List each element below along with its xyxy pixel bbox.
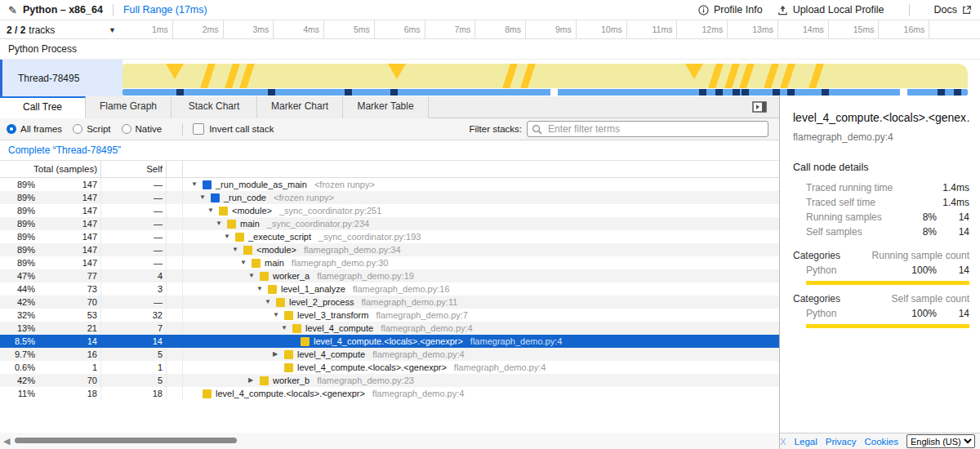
call-tree-row[interactable]: 9.7%165▶level_4_computeflamegraph_demo.p…: [0, 348, 779, 361]
profile-info-button[interactable]: Profile Info: [698, 4, 763, 16]
call-tree-row[interactable]: 89%147—▼<module>flamegraph_demo.py:34: [0, 243, 779, 256]
call-tree-row[interactable]: 8.5%1414level_4_compute.<locals>.<genexp…: [0, 335, 779, 348]
call-tree-row[interactable]: 89%147—▼_execute_script_sync_coordinator…: [0, 230, 779, 243]
marker-slash-icon: [519, 64, 536, 88]
ruler-tick: 9ms: [526, 20, 577, 38]
twisty-open-icon[interactable]: ▼: [256, 282, 268, 296]
twisty-open-icon[interactable]: ▼: [224, 230, 235, 243]
call-tree-row[interactable]: 42%70—▼level_2_processflamegraph_demo.py…: [0, 296, 779, 309]
docs-link[interactable]: Docs: [934, 4, 972, 16]
twisty-open-icon[interactable]: ▼: [207, 204, 219, 217]
call-tree-row[interactable]: 11%1818level_4_compute.<locals>.<genexpr…: [0, 387, 779, 400]
thread-track-canvas[interactable]: [122, 60, 980, 96]
twisty-open-icon[interactable]: ▼: [232, 243, 243, 256]
footer-link-legal[interactable]: Legal: [795, 437, 817, 447]
tree-cell: ▼_run_module_as_main<frozen runpy>: [183, 178, 779, 191]
tab-stack-chart[interactable]: Stack Chart: [172, 96, 257, 118]
header-divider: [909, 4, 910, 16]
filter-stacks-input[interactable]: [546, 122, 764, 136]
twisty-open-icon[interactable]: ▼: [216, 217, 227, 230]
detail-percent: [904, 195, 937, 210]
sample-segment: [699, 89, 706, 96]
twisty-collapsed-icon[interactable]: ▶: [248, 374, 260, 387]
twisty-open-icon[interactable]: ▼: [273, 309, 284, 322]
call-tree-row[interactable]: 47%774▼worker_aflamegraph_demo.py:19: [0, 269, 779, 282]
call-tree-row[interactable]: 89%147—▼<module>_sync_coordinator.py:251: [0, 204, 779, 217]
total-samples: 21: [38, 322, 101, 335]
thread-track-row[interactable]: Thread-78495: [0, 60, 980, 96]
radio-script[interactable]: Script: [73, 124, 110, 134]
call-tree-row[interactable]: 44%733▼level_1_analyzeflamegraph_demo.py…: [0, 282, 779, 296]
footer-link-cookies[interactable]: Cookies: [864, 437, 898, 447]
bottom-scroll-strip: ◀: [0, 433, 779, 449]
twisty-open-icon[interactable]: ▼: [199, 191, 211, 204]
call-tree-row[interactable]: 89%147—▼main_sync_coordinator.py:234: [0, 217, 779, 230]
footer-link-privacy[interactable]: Privacy: [826, 437, 857, 447]
tracks-dropdown[interactable]: 2 / 2 tracks ▼: [0, 20, 122, 39]
tab-bar: Call TreeFlame GraphStack ChartMarker Ch…: [0, 96, 779, 118]
collapse-left-icon[interactable]: ◀: [3, 436, 10, 447]
radio-all-frames[interactable]: All frames: [7, 124, 62, 134]
categories-label: Categories: [793, 248, 872, 263]
checkbox-icon: [193, 123, 204, 135]
twisty-collapsed-icon[interactable]: ▶: [273, 348, 284, 361]
tab-marker-chart[interactable]: Marker Chart: [257, 96, 343, 118]
thread-label-cell[interactable]: Thread-78495: [0, 60, 122, 96]
total-percent: 89%: [0, 178, 38, 191]
upload-profile-button[interactable]: Upload Local Profile: [777, 4, 884, 16]
total-percent: 42%: [0, 296, 38, 309]
function-name: level_4_compute.<locals>.<genexpr>: [216, 387, 365, 400]
radio-native[interactable]: Native: [122, 124, 163, 134]
call-node-details: Traced running time1.4msTraced self time…: [793, 180, 969, 239]
category-swatch-yellow: [284, 350, 293, 359]
file-location: <frozen runpy>: [314, 178, 375, 191]
category-swatch-yellow: [276, 298, 285, 307]
x-social-link[interactable]: X: [780, 437, 786, 447]
twisty-open-icon[interactable]: ▼: [191, 178, 203, 191]
edit-pencil-icon[interactable]: ✎: [8, 4, 17, 16]
twisty-open-icon[interactable]: ▼: [240, 256, 252, 269]
call-tree-row[interactable]: 89%147—▼mainflamegraph_demo.py:30: [0, 256, 779, 269]
header-divider: [113, 4, 114, 16]
process-track-row[interactable]: Python Process: [0, 39, 980, 60]
full-range-link[interactable]: Full Range (17ms): [123, 4, 207, 16]
self-samples: 5: [101, 348, 167, 361]
twisty-open-icon[interactable]: ▼: [248, 269, 260, 282]
self-samples: 7: [101, 322, 167, 335]
twisty-open-icon[interactable]: ▼: [265, 296, 276, 309]
call-tree-row[interactable]: 0.6%11level_4_compute.<locals>.<genexpr>…: [0, 361, 779, 374]
total-samples: 147: [38, 217, 101, 230]
spacer-cell: [167, 230, 183, 243]
sidebar-toggle-button[interactable]: [751, 100, 768, 113]
sidebar-node-title: level_4_compute.<locals>.<genex…: [793, 111, 969, 124]
twisty-open-icon[interactable]: ▼: [281, 322, 292, 335]
invert-call-stack-checkbox[interactable]: Invert call stack: [193, 123, 274, 135]
detail-value: 14: [937, 224, 969, 239]
call-tree-row[interactable]: 89%147—▼_run_code<frozen runpy>: [0, 191, 779, 204]
call-tree-row[interactable]: 32%5332▼level_3_transformflamegraph_demo…: [0, 309, 779, 322]
spacer-cell: [167, 348, 183, 361]
call-tree-row[interactable]: 13%217▼level_4_computeflamegraph_demo.py…: [0, 322, 779, 335]
sidebar-toggle-icon: [752, 101, 767, 113]
tab-marker-table[interactable]: Marker Table: [343, 96, 429, 118]
filter-input-box: [527, 121, 768, 137]
marker-slash-icon: [199, 64, 216, 88]
total-percent: 9.7%: [0, 348, 38, 361]
total-percent: 89%: [0, 217, 38, 230]
self-column-header[interactable]: Self: [101, 161, 167, 177]
tab-call-tree[interactable]: Call Tree: [0, 96, 86, 118]
file-location: flamegraph_demo.py:16: [353, 282, 450, 296]
tree-cell: ▼<module>_sync_coordinator.py:251: [183, 204, 779, 217]
sample-segment: [268, 89, 275, 96]
detail-label: Traced self time: [793, 195, 904, 210]
function-name: level_1_analyze: [281, 282, 345, 296]
complete-thread-link[interactable]: Complete “Thread-78495”: [8, 144, 121, 156]
total-percent: 32%: [0, 309, 38, 322]
marker-slash-icon: [724, 64, 740, 88]
call-tree-row[interactable]: 42%705▶worker_bflamegraph_demo.py:23: [0, 374, 779, 387]
tab-flame-graph[interactable]: Flame Graph: [86, 96, 172, 118]
total-column-header[interactable]: Total (samples): [0, 161, 101, 177]
horizontal-scrollbar-thumb[interactable]: [15, 438, 237, 443]
call-tree-row[interactable]: 89%147—▼_run_module_as_main<frozen runpy…: [0, 178, 779, 191]
language-select[interactable]: English (US): [906, 434, 975, 448]
